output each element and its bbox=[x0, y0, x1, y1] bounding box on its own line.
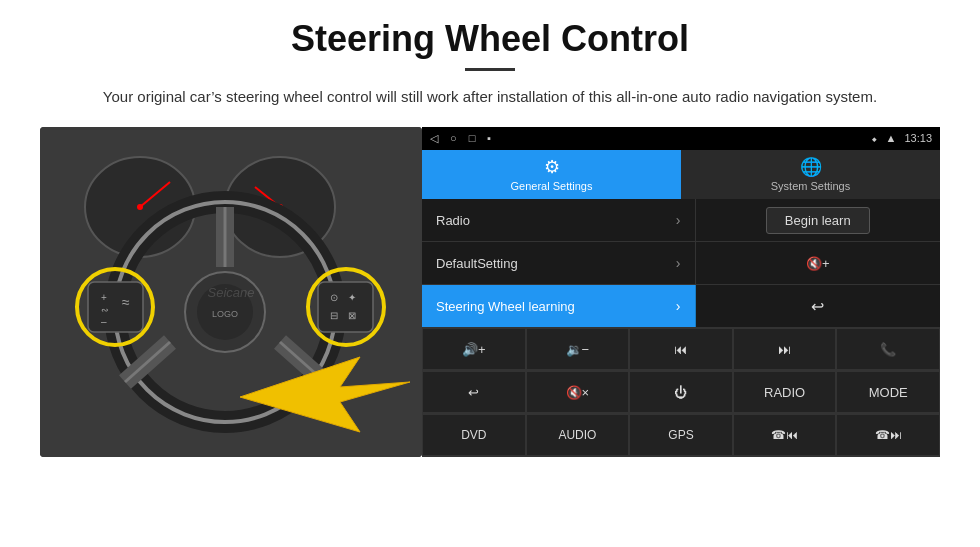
phone-prev-icon: ☎⏮ bbox=[771, 428, 798, 442]
power-icon: ⏻ bbox=[674, 385, 687, 400]
svg-text:✦: ✦ bbox=[348, 292, 356, 303]
svg-text:⊙: ⊙ bbox=[330, 292, 338, 303]
power-btn[interactable]: ⏻ bbox=[629, 371, 733, 413]
radio-arrow: › bbox=[676, 212, 681, 228]
phone-btn[interactable]: 📞 bbox=[836, 328, 940, 370]
prev-btn[interactable]: ⏮ bbox=[629, 328, 733, 370]
svg-text:⊠: ⊠ bbox=[348, 310, 356, 321]
home-icon: ○ bbox=[450, 132, 457, 144]
svg-text:LOGO: LOGO bbox=[212, 309, 238, 319]
content-rows: Radio › Begin learn DefaultSetting › 🔇+ bbox=[422, 199, 940, 457]
radio-label: Radio bbox=[436, 213, 470, 228]
phone-prev-btn[interactable]: ☎⏮ bbox=[733, 414, 837, 456]
phone-next-icon: ☎⏭ bbox=[875, 428, 902, 442]
tab-system-label: System Settings bbox=[771, 180, 850, 192]
prev-icon: ⏮ bbox=[674, 342, 687, 357]
phone-next-btn[interactable]: ☎⏭ bbox=[836, 414, 940, 456]
svg-text:+: + bbox=[101, 292, 107, 303]
gps-btn[interactable]: GPS bbox=[629, 414, 733, 456]
mute-btn[interactable]: 🔇× bbox=[526, 371, 630, 413]
android-panel: ◁ ○ □ ▪ ⬥ ▲ 13:13 ⚙ General Settings bbox=[422, 127, 940, 457]
svg-rect-23 bbox=[318, 282, 373, 332]
audio-label: AUDIO bbox=[558, 428, 596, 442]
vol-down-label: 🔉− bbox=[566, 342, 590, 357]
car-image: LOGO + ∾ – ≈ ⊙ ✦ ⊟ ⊠ bbox=[40, 127, 422, 457]
status-bar-left: ◁ ○ □ ▪ bbox=[430, 132, 491, 145]
title-divider bbox=[465, 68, 515, 71]
radio-btn[interactable]: RADIO bbox=[733, 371, 837, 413]
back-icon: ◁ bbox=[430, 132, 438, 145]
gps-label: GPS bbox=[668, 428, 693, 442]
tab-general-settings[interactable]: ⚙ General Settings bbox=[422, 150, 681, 199]
tab-general-label: General Settings bbox=[511, 180, 593, 192]
page-title: Steering Wheel Control bbox=[40, 18, 940, 60]
svg-text:∾: ∾ bbox=[101, 305, 109, 315]
dvd-btn[interactable]: DVD bbox=[422, 414, 526, 456]
page-subtitle: Your original car’s steering wheel contr… bbox=[40, 85, 940, 109]
steering-menu-item[interactable]: Steering Wheel learning › bbox=[422, 285, 696, 327]
default-arrow: › bbox=[676, 255, 681, 271]
tab-bar: ⚙ General Settings 🌐 System Settings bbox=[422, 150, 940, 199]
content-area: LOGO + ∾ – ≈ ⊙ ✦ ⊟ ⊠ bbox=[40, 127, 940, 457]
vol-down-btn[interactable]: 🔉− bbox=[526, 328, 630, 370]
default-setting-item[interactable]: DefaultSetting › bbox=[422, 242, 696, 284]
phone-icon: 📞 bbox=[880, 342, 896, 357]
system-icon: 🌐 bbox=[800, 156, 822, 178]
default-label: DefaultSetting bbox=[436, 256, 518, 271]
car-image-bg: LOGO + ∾ – ≈ ⊙ ✦ ⊟ ⊠ bbox=[40, 127, 422, 457]
controls-grid-row1: 🔊+ 🔉− ⏮ ⏭ 📞 bbox=[422, 328, 940, 371]
wifi-icon: ▲ bbox=[886, 132, 897, 144]
svg-text:–: – bbox=[101, 316, 107, 327]
location-icon: ⬥ bbox=[871, 132, 878, 144]
page-container: Steering Wheel Control Your original car… bbox=[0, 0, 980, 467]
begin-learn-button[interactable]: Begin learn bbox=[766, 207, 870, 234]
menu-icon: ▪ bbox=[487, 132, 491, 144]
hangup-btn[interactable]: ↩ bbox=[422, 371, 526, 413]
status-bar: ◁ ○ □ ▪ ⬥ ▲ 13:13 bbox=[422, 127, 940, 150]
vol-up-btn[interactable]: 🔊+ bbox=[422, 328, 526, 370]
hangup-phone-icon: ↩ bbox=[468, 385, 479, 400]
status-time: 13:13 bbox=[904, 132, 932, 144]
svg-rect-18 bbox=[88, 282, 143, 332]
svg-text:⊟: ⊟ bbox=[330, 310, 338, 321]
next-btn[interactable]: ⏭ bbox=[733, 328, 837, 370]
controls-grid-row2: ↩ 🔇× ⏻ RADIO MODE bbox=[422, 371, 940, 414]
ctrl-btn-volup[interactable]: 🔇+ bbox=[696, 242, 941, 284]
tab-system-settings[interactable]: 🌐 System Settings bbox=[681, 150, 940, 199]
gear-icon: ⚙ bbox=[544, 156, 560, 178]
radio-btn-label: RADIO bbox=[764, 385, 805, 400]
status-bar-right: ⬥ ▲ 13:13 bbox=[871, 132, 932, 144]
steering-row: Steering Wheel learning › ↩ bbox=[422, 285, 940, 328]
mute-icon: 🔇× bbox=[566, 385, 590, 400]
bottom-buttons-row: DVD AUDIO GPS ☎⏮ ☎⏭ bbox=[422, 414, 940, 457]
steering-arrow: › bbox=[676, 298, 681, 314]
mode-btn[interactable]: MODE bbox=[836, 371, 940, 413]
begin-learn-area: Begin learn bbox=[696, 199, 941, 241]
steering-wheel-svg: LOGO + ∾ – ≈ ⊙ ✦ ⊟ ⊠ bbox=[40, 127, 422, 457]
default-setting-row: DefaultSetting › 🔇+ bbox=[422, 242, 940, 285]
radio-row: Radio › Begin learn bbox=[422, 199, 940, 242]
audio-btn[interactable]: AUDIO bbox=[526, 414, 630, 456]
steering-label: Steering Wheel learning bbox=[436, 299, 575, 314]
radio-menu-item[interactable]: Radio › bbox=[422, 199, 696, 241]
vol-up-label: 🔊+ bbox=[462, 342, 486, 357]
mode-label: MODE bbox=[869, 385, 908, 400]
svg-text:≈: ≈ bbox=[122, 294, 130, 310]
recents-icon: □ bbox=[469, 132, 476, 144]
dvd-label: DVD bbox=[461, 428, 486, 442]
next-icon: ⏭ bbox=[778, 342, 791, 357]
hangup-icon: ↩ bbox=[811, 297, 824, 316]
vol-up-icon: 🔇+ bbox=[806, 256, 830, 271]
ctrl-btn-hangup[interactable]: ↩ bbox=[696, 285, 941, 327]
